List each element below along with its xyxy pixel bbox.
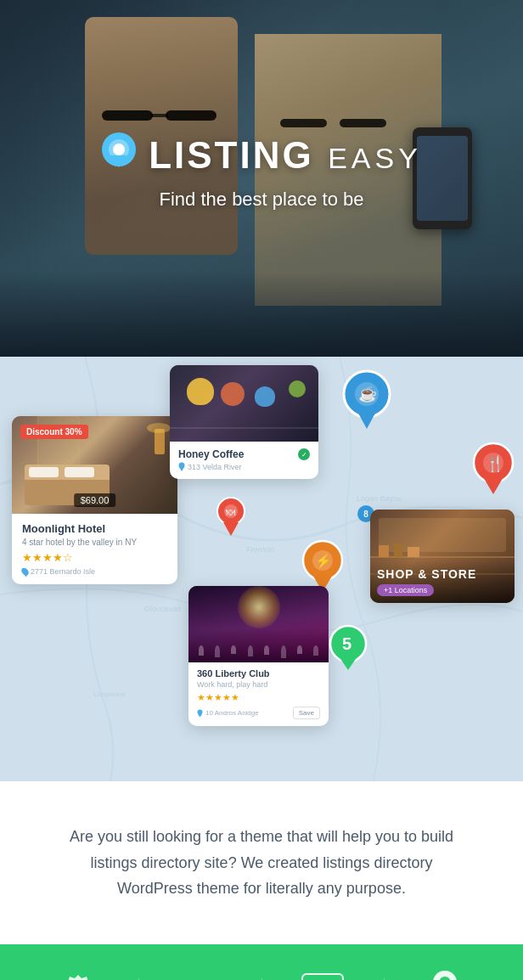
- address-pin-icon: [20, 566, 30, 577]
- shop-card-overlay: SHOP & STORE +1 Locations: [370, 560, 515, 603]
- svg-text:Gloucester: Gloucester: [144, 605, 182, 613]
- svg-text:⚡: ⚡: [315, 553, 332, 569]
- stats-section: SUPERIOR VISUALPAGE BUILDER 46k+ HAPPYCU…: [0, 944, 523, 980]
- svg-point-33: [198, 709, 203, 714]
- shop-card-image: SHOP & STORE +1 Locations: [370, 510, 515, 603]
- red-pin-svg: 🍽: [217, 497, 245, 538]
- coffee-card-image: [170, 365, 318, 442]
- svg-text:🍴: 🍴: [486, 454, 505, 473]
- hotel-address: 2771 Bernardo Isle: [22, 567, 167, 576]
- text-section: Are you still looking for a theme that w…: [0, 781, 523, 944]
- svg-text:Frenson: Frenson: [246, 545, 274, 554]
- svg-marker-31: [339, 656, 357, 670]
- stat-woocommerce: Woo WOOCOMMERCECOMPATIBLE: [262, 973, 384, 980]
- hotel-card-image: Discount 30% $69.00: [12, 416, 177, 514]
- hotel-stars: ★★★★☆: [22, 551, 167, 564]
- number-pin-5: 5: [329, 624, 368, 675]
- shop-card: SHOP & STORE +1 Locations: [370, 510, 515, 603]
- description-text: Are you still looking for a theme that w…: [51, 824, 472, 902]
- red-pin-right-svg: 🍴: [472, 442, 515, 496]
- svg-text:Longstreet: Longstreet: [93, 690, 127, 698]
- svg-text:🍽: 🍽: [226, 507, 235, 517]
- hero-easy-text: EASY: [328, 142, 422, 174]
- club-name: 360 Liberty Club: [188, 662, 329, 680]
- club-stars: ★★★★★: [188, 692, 329, 707]
- svg-marker-23: [356, 408, 378, 429]
- svg-marker-15: [223, 522, 239, 536]
- hero-subtitle: Find the best place to be: [0, 189, 523, 211]
- listing-pin-icon: [432, 970, 458, 980]
- hero-listing-text: LISTING: [149, 134, 314, 176]
- svg-point-2: [113, 144, 125, 155]
- club-address: 10 Andros Anidge: [205, 709, 259, 717]
- club-footer: 10 Andros Anidge Save: [188, 707, 329, 726]
- verified-icon: ✓: [298, 448, 310, 460]
- hotel-card: Discount 30% $69.00 Moonlight Hotel 4 st…: [12, 416, 177, 584]
- hero-logo-row: LISTING EASY: [0, 132, 523, 178]
- svg-marker-34: [198, 714, 202, 718]
- svg-text:Logan Bayou: Logan Bayou: [357, 494, 402, 503]
- club-pin-icon: [197, 709, 203, 718]
- coffee-card-header: Honey Coffee ✓: [170, 442, 318, 462]
- club-card: 360 Liberty Club Work hard, play hard ★★…: [188, 586, 329, 726]
- map-pin-blue-large: ☕: [342, 369, 391, 434]
- coffee-address: 313 Velda River: [170, 462, 318, 479]
- location-pin-icon: [101, 132, 137, 178]
- shop-locations-badge: +1 Locations: [377, 584, 434, 596]
- shop-title: SHOP & STORE: [377, 567, 508, 581]
- page-builder-icon: [63, 972, 93, 980]
- stat-page-builder: SUPERIOR VISUALPAGE BUILDER: [17, 972, 138, 980]
- svg-marker-13: [179, 467, 184, 471]
- hotel-card-body: Moonlight Hotel 4 star hotel by the vall…: [12, 514, 177, 584]
- stat-listing-plugins: BEST LISTINGPLUGINS: [385, 970, 506, 980]
- svg-marker-27: [482, 476, 504, 494]
- blue-pin-svg: ☕: [342, 369, 391, 431]
- coffee-name: Honey Coffee: [178, 448, 244, 460]
- svg-text:☕: ☕: [358, 385, 378, 403]
- hotel-price-badge: $69.00: [74, 493, 116, 507]
- hero-section: LISTING EASY Find the best place to be: [0, 0, 523, 357]
- hotel-discount-badge: Discount 30%: [20, 425, 88, 439]
- coffee-pin-icon: [178, 462, 185, 472]
- svg-text:5: 5: [342, 634, 351, 653]
- demo-section: Stonewa Frenson Gloucester Grand Cane Lo…: [0, 357, 523, 781]
- woo-icon: Woo: [301, 973, 344, 980]
- club-card-image: [188, 586, 329, 662]
- club-description: Work hard, play hard: [188, 680, 329, 692]
- map-pin-red: 🍽: [217, 497, 245, 541]
- save-button[interactable]: Save: [293, 707, 320, 719]
- hotel-description: 4 star hotel by the valley in NY: [22, 538, 167, 547]
- hotel-name: Moonlight Hotel: [22, 522, 167, 535]
- coffee-card: Honey Coffee ✓ 313 Velda River: [170, 365, 318, 479]
- map-pin-red-right: 🍴: [472, 442, 515, 499]
